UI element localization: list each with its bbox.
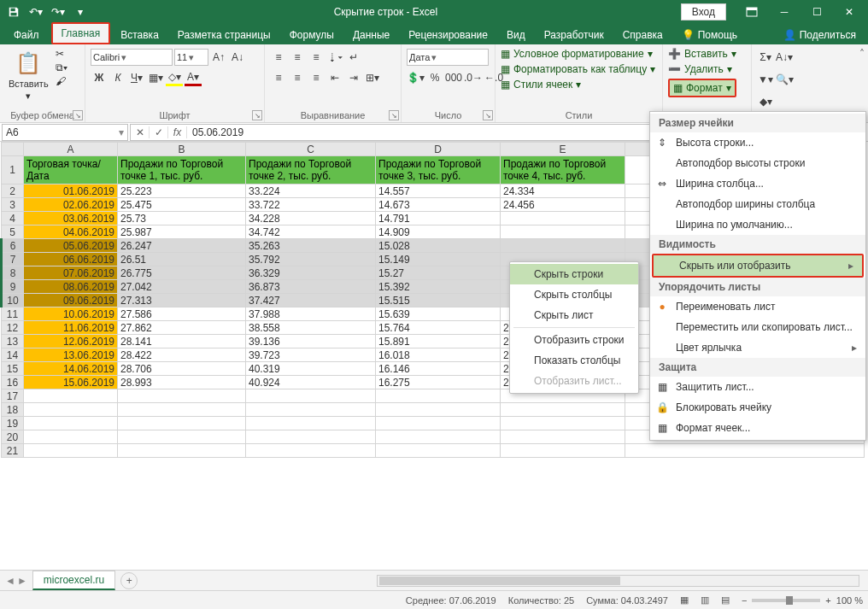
cell[interactable]: 02.06.2019 [24,198,118,212]
cell[interactable]: 27.313 [118,294,246,307]
menu-hide-rows[interactable]: Скрыть строки [510,264,638,284]
cell[interactable] [376,389,501,403]
cut-icon[interactable]: ✂ [56,48,67,60]
tab-home[interactable]: Главная [51,22,111,44]
tab-file[interactable]: Файл [3,26,50,44]
row-header[interactable]: 2 [2,184,24,198]
cell[interactable]: 14.673 [376,198,501,212]
tab-pagelayout[interactable]: Разметка страницы [169,26,279,44]
cell[interactable]: 38.558 [246,321,376,335]
delete-cells-button[interactable]: ➖ Удалить ▾ [668,63,732,75]
cell[interactable] [376,403,501,417]
maximize-icon[interactable]: ☐ [801,2,832,22]
tab-insert[interactable]: Вставка [112,26,167,44]
col-header[interactable]: A [24,143,118,156]
cell[interactable] [376,430,501,444]
row-header[interactable]: 3 [2,198,24,212]
cell[interactable]: 39.723 [246,348,376,362]
menu-show-cols[interactable]: Показать столбцы [510,350,638,371]
format-move-sheet[interactable]: Переместить или скопировать лист... [650,317,865,337]
format-protect-sheet[interactable]: ▦Защитить лист... [650,377,865,397]
cell[interactable]: 14.909 [376,225,501,239]
new-sheet-button[interactable]: + [120,572,138,589]
col-header[interactable]: E [501,143,625,156]
cell[interactable]: 07.06.2019 [24,266,118,280]
cell[interactable]: 28.141 [118,335,246,348]
cell[interactable]: 15.639 [376,307,501,321]
wrap-text-icon[interactable]: ↵ [345,49,362,66]
row-header[interactable]: 16 [2,376,24,389]
format-painter-icon[interactable]: 🖌 [56,75,67,87]
find-icon[interactable]: 🔍▾ [776,71,794,88]
decrease-font-icon[interactable]: A↓ [229,49,246,66]
align-middle-icon[interactable]: ≡ [289,49,306,66]
cell[interactable]: 36.329 [246,266,376,280]
cell[interactable] [501,212,625,225]
cell[interactable]: 28.706 [118,362,246,376]
cell[interactable]: 15.149 [376,253,501,266]
row-header[interactable]: 9 [2,280,24,294]
col-header[interactable]: B [118,143,246,156]
cell[interactable] [24,444,118,458]
cell[interactable] [376,444,501,458]
cell[interactable]: 40.319 [246,362,376,376]
cell[interactable]: 36.873 [246,280,376,294]
menu-show-rows[interactable]: Отобразить строки [510,330,638,350]
tab-share[interactable]: 👤Поделиться [775,26,865,44]
cell[interactable]: 05.06.2019 [24,239,118,253]
align-top-icon[interactable]: ≡ [270,49,287,66]
bold-button[interactable]: Ж [91,69,108,86]
cell[interactable]: 15.764 [376,321,501,335]
cell[interactable]: 34.742 [246,225,376,239]
cell[interactable]: 14.791 [376,212,501,225]
format-rename-sheet[interactable]: ●Переименовать лист [650,296,865,317]
cell[interactable]: 26.247 [118,239,246,253]
fx-icon[interactable]: fx [168,126,187,138]
col-header[interactable]: C [246,143,376,156]
align-bottom-icon[interactable]: ≡ [308,49,325,66]
cell[interactable]: 16.018 [376,348,501,362]
cell[interactable]: 03.06.2019 [24,212,118,225]
cell[interactable]: Торговая точка/ Дата [24,156,118,184]
cell[interactable] [118,444,246,458]
font-size-combo[interactable]: 11▾ [174,49,208,66]
zoom-in-icon[interactable]: + [825,595,830,606]
alignment-launcher-icon[interactable]: ↘ [389,110,399,120]
border-icon[interactable]: ▦▾ [147,69,164,86]
format-default-width[interactable]: Ширина по умолчанию... [650,214,865,235]
cell[interactable]: 12.06.2019 [24,335,118,348]
row-header[interactable]: 18 [2,403,24,417]
accounting-icon[interactable]: 💲▾ [407,69,425,86]
clipboard-launcher-icon[interactable]: ↘ [73,110,83,120]
cell[interactable]: 27.586 [118,307,246,321]
tab-review[interactable]: Рецензирование [400,26,496,44]
cell[interactable]: 33.722 [246,198,376,212]
format-row-height[interactable]: ⇕Высота строки... [650,132,865,153]
col-header[interactable]: D [376,143,501,156]
row-header[interactable]: 15 [2,362,24,376]
cell[interactable] [501,444,625,458]
font-name-combo[interactable]: Calibri▾ [91,49,173,66]
align-right-icon[interactable]: ≡ [308,69,325,86]
row-header[interactable]: 21 [2,444,24,458]
view-page-icon[interactable]: ▥ [701,594,709,606]
cell-styles-button[interactable]: ▦ Стили ячеек▾ [501,79,581,91]
tab-view[interactable]: Вид [498,26,534,44]
cell[interactable]: 08.06.2019 [24,280,118,294]
cell[interactable]: 25.475 [118,198,246,212]
close-icon[interactable]: ✕ [834,2,865,22]
cell[interactable]: 28.422 [118,348,246,362]
cell[interactable]: 34.228 [246,212,376,225]
cell[interactable]: 33.224 [246,184,376,198]
row-header[interactable]: 12 [2,321,24,335]
minimize-icon[interactable]: ─ [769,2,800,22]
format-lock-cell[interactable]: 🔒Блокировать ячейку [650,397,865,418]
cell[interactable]: 10.06.2019 [24,307,118,321]
tab-tellme[interactable]: 💡Помощь [673,26,746,44]
cell[interactable]: 26.51 [118,253,246,266]
cell[interactable]: 27.862 [118,321,246,335]
decrease-indent-icon[interactable]: ⇤ [326,69,343,86]
format-format-cells[interactable]: ▦Формат ячеек... [650,418,865,438]
increase-font-icon[interactable]: A↑ [210,49,227,66]
merge-icon[interactable]: ⊞▾ [364,69,381,86]
